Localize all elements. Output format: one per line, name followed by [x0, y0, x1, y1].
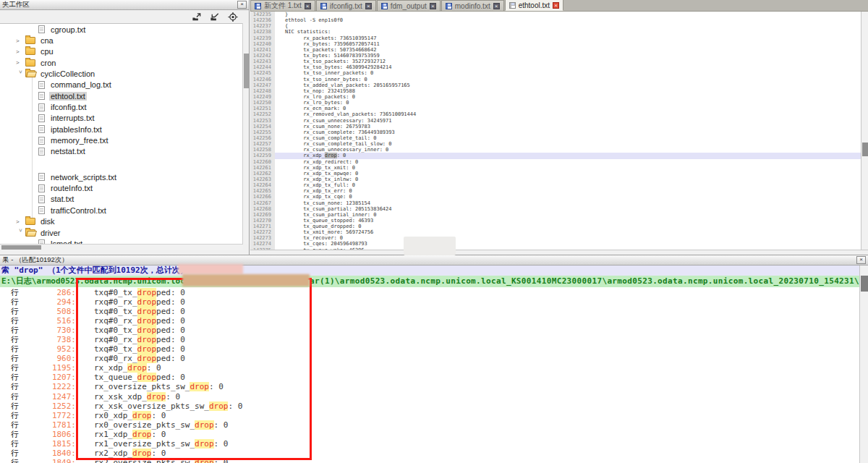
scrollbar-thumb[interactable] [862, 143, 868, 156]
scrollbar-thumb[interactable] [861, 276, 868, 292]
collapse-all-icon[interactable] [209, 12, 221, 22]
expand-all-icon[interactable] [191, 12, 203, 22]
result-file-path-line[interactable]: E:\日志\armod0523.odata.ncmp.unicom.loca a… [0, 276, 868, 287]
tree-item-lsmod-txt[interactable]: lsmod.txt [0, 238, 243, 244]
editor-vertical-scrollbar[interactable] [861, 12, 868, 250]
tab-fdm-output[interactable]: fdm_output× [377, 0, 441, 11]
tree-item-label: disk [39, 217, 56, 226]
line-text: tx_csum_partial_inner: 0 [275, 212, 861, 218]
search-result-row-line-286[interactable]: 行286:txq#0_tx_dropped: 0 [0, 288, 854, 297]
search-result-row-line-1222[interactable]: 行1222:rx_oversize_pkts_sw_drop: 0 [0, 382, 854, 391]
chevron-expanded-icon[interactable]: > [17, 70, 24, 80]
search-result-row-line-516[interactable]: 行516:rxq#0_rx_dropped: 0 [0, 316, 854, 326]
tree-horizontal-scrollbar[interactable] [0, 244, 243, 250]
line-text: rx_csum_none: 26759783 [275, 124, 861, 129]
line-number: 142274 [250, 241, 275, 247]
file-icon [38, 195, 45, 203]
chevron-collapsed-icon[interactable]: > [16, 48, 25, 55]
result-line-number: 286: [22, 288, 76, 297]
search-result-row-line-1849[interactable]: 行1849:rx2_oversize_pkts_sw_drop: 0 [0, 458, 854, 463]
tree-item-network-scripts-txt[interactable]: network_scripts.txt [0, 171, 243, 182]
tree-item-stat-txt[interactable]: stat.txt [0, 194, 243, 205]
tree-item-trafficcontrol-txt[interactable]: trafficControl.txt [0, 205, 243, 216]
line-number: 142259 [250, 153, 275, 158]
results-vertical-scrollbar[interactable] [859, 266, 868, 463]
search-result-row-line-1772[interactable]: 行1772:rx0_xdp_drop: 0 [0, 411, 854, 420]
tree-item-iptablesinfo-txt[interactable]: iptablesInfo.txt [0, 124, 243, 135]
file-path-suffix: ar(1)\armod0523.odata.ncmp.unicom.local_… [310, 276, 868, 287]
chevron-expanded-icon[interactable]: > [17, 229, 24, 238]
code-line: 142247 tx_added_vlan_packets: 2051659571… [250, 82, 861, 88]
row-label: 行 [0, 439, 22, 449]
close-icon[interactable]: × [430, 3, 436, 9]
close-icon[interactable]: × [365, 3, 372, 9]
close-icon[interactable]: × [305, 3, 311, 9]
search-result-row-line-1815[interactable]: 行1815:rx1_oversize_pkts_sw_drop: 0 [0, 439, 854, 449]
code-editor[interactable]: 142235}142236ethtool -S enp1s0f0142237{1… [250, 12, 861, 250]
line-number: 142269 [250, 212, 275, 218]
tab-1-txt[interactable]: 新文件 1.txt× [250, 0, 315, 11]
search-result-row-line-1840[interactable]: 行1840:rx2_xdp_drop: 0 [0, 449, 854, 458]
tree-item-cycliccollection[interactable]: >cyclicCollection [0, 68, 243, 79]
tree-item-driver[interactable]: >driver [0, 227, 243, 238]
tree-item-command-log-txt[interactable]: command_log.txt [0, 80, 243, 90]
code-line: 142261 rx_xdp_tx_xmit: 0 [250, 165, 861, 171]
search-result-row-line-1207[interactable]: 行1207:tx_queue_dropped: 0 [0, 373, 854, 382]
tree-vertical-scrollbar[interactable] [242, 23, 249, 244]
search-result-row-line-738[interactable]: 行738:rxq#0_rx_dropped: 0 [0, 335, 854, 344]
result-rows-list: 行286:txq#0_tx_dropped: 0行294:rxq#0_rx_dr… [0, 288, 854, 463]
chevron-collapsed-icon[interactable]: > [16, 59, 25, 66]
tree-item-ifconfig-txt[interactable]: ifconfig.txt [0, 101, 243, 112]
close-icon[interactable]: × [553, 2, 559, 9]
search-result-row-line-1247[interactable]: 行1247:rx_xsk_xdp_drop: 0 [0, 392, 854, 402]
tree-item-cgroup-txt[interactable]: cgroup.txt [0, 24, 243, 35]
tree-item-cna[interactable]: >cna [0, 35, 243, 46]
line-number: 142235 [250, 12, 275, 17]
match-highlight: drop [137, 307, 157, 316]
tree-item-cpu[interactable]: >cpu [0, 46, 243, 57]
line-number: 142271 [250, 224, 275, 229]
search-result-row-line-1252[interactable]: 行1252:rx_xsk_oversize_pkts_sw_drop: 0 [0, 402, 854, 411]
scrollbar-thumb[interactable] [244, 54, 249, 88]
search-result-row-line-952[interactable]: 行952:txq#0_tx_dropped: 0 [0, 344, 854, 354]
line-number: 142249 [250, 94, 275, 100]
tree-item-cron[interactable]: >cron [0, 57, 243, 68]
file-icon [38, 92, 45, 100]
search-result-row-line-1806[interactable]: 行1806:rx1_xdp_drop: 0 [0, 430, 854, 439]
tab-modinfo-txt[interactable]: modinfo.txt× [441, 0, 504, 11]
close-icon[interactable]: × [856, 256, 866, 264]
tree-item-interrupts-txt[interactable]: interrupts.txt [0, 113, 243, 124]
search-result-row-line-508[interactable]: 行508:txq#0_tx_dropped: 0 [0, 307, 854, 316]
tree-item-disk[interactable]: >disk [0, 216, 243, 227]
search-result-row-line-730[interactable]: 行730:txq#0_tx_dropped: 0 [0, 326, 854, 335]
workspace-tree[interactable]: cgroup.txt>cna>cpu>cron>cyclicCollection… [0, 23, 243, 244]
chevron-collapsed-icon[interactable]: > [16, 218, 25, 225]
scrollbar-thumb[interactable] [1, 245, 41, 250]
search-result-row-line-1781[interactable]: 行1781:rx0_oversize_pkts_sw_drop: 0 [0, 420, 854, 430]
tree-item-memory-free-txt[interactable]: memory_free.txt [0, 135, 243, 145]
tree-item-ethtool-txt[interactable]: ethtool.txt [0, 90, 243, 101]
tree-item-netstat-txt[interactable]: netstat.txt [0, 146, 243, 157]
tree-item-routeinfo-txt[interactable]: routeInfo.txt [0, 182, 243, 193]
code-line: 142255 rx_csum_complete: 736449389393 [250, 129, 861, 135]
editor-horizontal-scrollbar[interactable] [250, 250, 868, 255]
chevron-collapsed-icon[interactable]: > [16, 38, 25, 44]
locate-file-icon[interactable] [227, 12, 239, 22]
close-icon[interactable]: × [237, 1, 247, 9]
search-result-row-line-960[interactable]: 行960:rxq#0_rx_dropped: 0 [0, 354, 854, 363]
floppy-save-icon [381, 3, 388, 9]
folder-icon [25, 59, 35, 67]
code-line: 142246 tx_tso_inner_bytes: 0 [250, 77, 861, 82]
result-line-number: 960: [22, 354, 76, 363]
row-label: 行 [0, 411, 22, 420]
search-summary-line[interactable]: 索 "drop" （1个文件中匹配到10192次，总计次） [0, 266, 868, 276]
search-result-row-line-1195[interactable]: 行1195:rx_xdp_drop: 0 [0, 363, 854, 373]
search-result-row-line-294[interactable]: 行294:rxq#0_rx_dropped: 0 [0, 297, 854, 307]
result-line-number: 1252: [22, 402, 76, 411]
line-text: rx_xdp_redirect: 0 [275, 159, 861, 165]
tab-ifconfig-txt[interactable]: ifconfig.txt× [316, 0, 376, 11]
tab-ethtool-txt[interactable]: ethtool.txt× [505, 0, 563, 11]
match-highlight: drop [127, 363, 147, 373]
code-line: 142236ethtool -S enp1s0f0 [250, 17, 861, 23]
close-icon[interactable]: × [493, 3, 500, 9]
